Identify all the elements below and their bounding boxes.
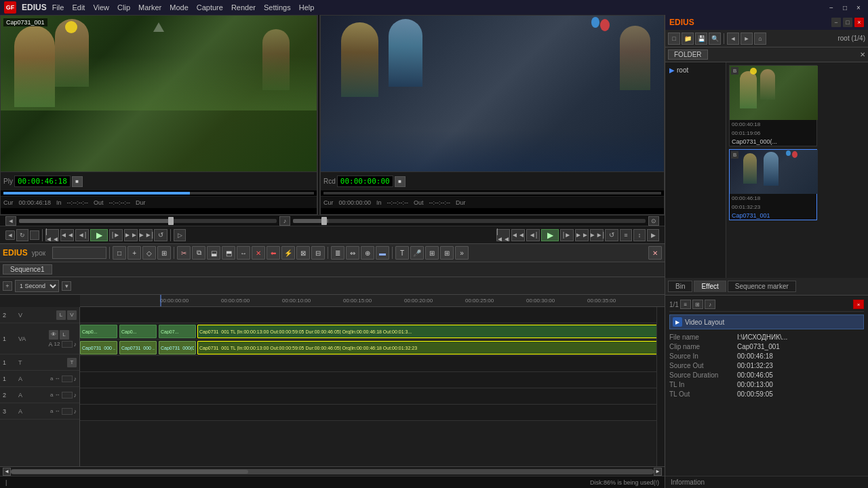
frame-prev-btn[interactable]: ◄| [75,229,89,241]
rt-search-btn[interactable]: 🔍 [709,33,721,45]
prev-frame-button[interactable]: ◄ [5,216,16,226]
trim-btn[interactable]: ⊠ [296,246,310,260]
r-play-button[interactable]: ▶ [541,229,559,241]
tab-effect[interactable]: Effect [694,281,726,292]
set-in-btn[interactable] [30,230,39,240]
minimize-button[interactable]: − [826,2,837,13]
rt-next-btn[interactable]: ► [741,33,753,45]
delete-btn[interactable]: ✕ [252,246,265,260]
left-scrubber[interactable] [19,219,277,223]
rotate-btn[interactable]: ↻ [16,229,28,241]
r-loop-btn[interactable]: ↺ [605,229,618,241]
tab-bin[interactable]: Bin [668,281,692,292]
r-prev-btn[interactable]: ◄◄ [511,229,525,241]
copy-btn[interactable]: ⧉ [192,246,205,260]
program-progress-bar[interactable] [323,192,661,195]
r-frame-prev-btn[interactable]: ◄| [526,229,540,241]
menu-help[interactable]: Help [299,3,315,12]
new-sequence-btn[interactable]: □ [113,246,126,260]
ripple-delete-btn[interactable]: ⬅ [267,246,280,260]
scale-down-btn[interactable]: ▾ [62,281,71,291]
menu-edit[interactable]: Edit [72,3,85,12]
folder-tab[interactable]: FOLDER [668,49,708,60]
timeline-scrollbar[interactable]: ◄ ► [0,466,665,476]
clip-1[interactable]: Cap0... [80,325,117,338]
clip-audio-3[interactable]: Cap0731_000(0... [159,341,196,354]
program-stop-button[interactable]: ■ [395,176,406,187]
clip-audio-2[interactable]: Cap0731_000 ... [119,341,157,354]
rt-new-btn[interactable]: □ [668,33,680,45]
track-eye-1va[interactable]: 👁 [49,330,58,340]
track-lock-1t[interactable]: T [67,358,77,367]
folder-close-btn[interactable]: ✕ [860,51,865,58]
source-stop-button[interactable]: ■ [72,176,83,187]
track-add-btn[interactable]: + [3,281,12,291]
r-close-btn[interactable]: × [854,18,864,27]
menu-capture[interactable]: Capture [197,3,223,12]
ripple-btn[interactable]: ≣ [331,246,344,260]
r-frame-next-btn[interactable]: |► [560,229,574,241]
tree-item-root[interactable]: ▶ root [668,65,723,75]
clip-3[interactable]: Cap07... [159,325,196,338]
loop-btn[interactable]: ↺ [154,229,167,241]
r-overwrite-btn[interactable]: ▶ [647,229,659,241]
in-out-btn[interactable]: ▷ [174,229,186,241]
audio-level-1va[interactable] [62,341,73,348]
track-lock-2v[interactable]: L [56,310,66,320]
tab-sequence-marker[interactable]: Sequence marker [728,281,796,292]
r-max-btn[interactable]: □ [843,18,852,27]
insert-mode-btn[interactable]: ↔ [237,246,250,260]
split-btn[interactable]: ⚡ [281,246,295,260]
left-arrow-btn[interactable]: ◄ [5,230,15,240]
menu-file[interactable]: File [52,3,64,12]
more-btn[interactable]: » [455,246,469,260]
go-start-btn[interactable]: |◄◄ [45,229,59,241]
scroll-right-btn[interactable]: ► [654,468,662,476]
overwrite-btn[interactable]: ⬒ [222,246,235,260]
track-vert-scroll[interactable] [656,307,665,466]
right-scrubber[interactable] [293,219,646,223]
frame-next-btn[interactable]: |► [109,229,123,241]
r-go-start-btn[interactable]: |◄◄ [496,229,510,241]
group-btn[interactable]: ⊟ [311,246,325,260]
info-list-btn[interactable]: ≡ [680,300,691,309]
rt-prev-btn[interactable]: ◄ [727,33,739,45]
sequence-name-input[interactable] [52,247,106,259]
r-go-end-btn[interactable]: ►►| [590,229,604,241]
color-btn[interactable]: ▬ [376,246,389,260]
scroll-left-btn[interactable]: ◄ [3,468,11,476]
link-btn[interactable]: ⊞ [157,246,171,260]
timeline-scroll-thumb[interactable] [11,469,654,474]
effect-item-video-layout[interactable]: ▶ Video Layout [669,314,864,329]
clip-2[interactable]: Cap0... [119,325,157,338]
rt-save-btn[interactable]: 💾 [695,33,707,45]
grid-btn[interactable]: ⊞ [440,246,454,260]
add-track-btn[interactable]: + [127,246,141,260]
rt-open-btn[interactable]: 📁 [682,33,694,45]
shuttle-button[interactable]: ⊙ [648,216,659,226]
source-progress-bar[interactable] [3,192,314,195]
track-vis-2v[interactable]: V [67,310,77,320]
r-next-btn[interactable]: ►► [575,229,589,241]
text-btn[interactable]: T [395,246,409,260]
track-lock-1va[interactable]: L [60,330,69,340]
close-sequence-btn[interactable]: ✕ [648,246,662,260]
sync-btn[interactable]: ⇔ [346,246,359,260]
thumbnail-1[interactable]: B 00:00:40:18 00:01:19:06 Cap0731_000(..… [729,65,817,146]
time-scale-dropdown[interactable]: 1 Second [15,280,59,292]
info-vol-btn[interactable]: ♪ [705,300,715,309]
menu-settings[interactable]: Settings [264,3,291,12]
expand-btn[interactable]: ⊕ [361,246,374,260]
menu-marker[interactable]: Marker [138,3,161,12]
menu-render[interactable]: Render [231,3,256,12]
volume-button[interactable]: ♪ [279,216,290,226]
clip-4-video[interactable]: Cap0731_001 TL [In:00:00:13:00 Out:00:00… [197,325,665,338]
r-insert-btn[interactable]: ↕ [633,229,646,241]
r-min-btn[interactable]: − [831,18,841,27]
maximize-button[interactable]: □ [840,2,850,13]
go-end-btn[interactable]: ►►| [139,229,153,241]
marker-btn[interactable]: ◇ [142,246,156,260]
info-thumb-btn[interactable]: ⊞ [692,300,703,309]
time-ruler[interactable]: 00:00:00:00 00:00:05:00 00:00:10:00 00:0… [80,295,665,307]
thumbnail-2[interactable]: B 00:00:46:18 00:01:32:23 Cap0731_001 [729,149,817,220]
